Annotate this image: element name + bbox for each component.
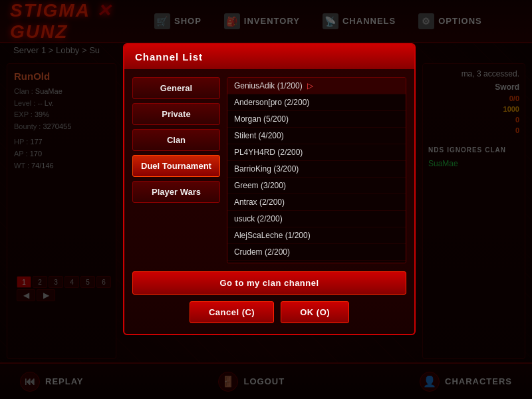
list-item[interactable]: AlejScaLeche (1/200) [227,227,406,244]
channel-list[interactable]: GeniusAdik (1/200) ▷ Anderson[pro (2/200… [227,77,406,263]
modal-footer: Go to my clan channel Cancel (C) OK (O) [124,271,414,323]
list-item[interactable]: SkillCapped (1/200) [227,261,406,263]
modal-action-buttons: Cancel (C) OK (O) [132,301,406,323]
cancel-button[interactable]: Cancel (C) [190,301,274,323]
list-item[interactable]: Crudem (2/200) [227,244,406,261]
list-item[interactable]: BarrioKing (3/200) [227,161,406,178]
tab-private[interactable]: Private [132,103,220,125]
list-item[interactable]: Greem (3/200) [227,178,406,194]
list-item[interactable]: Antrax (2/200) [227,194,406,211]
tab-general[interactable]: General [132,77,220,99]
modal-header: Channel List [124,45,414,69]
modal-title: Channel List [135,51,203,63]
list-item[interactable]: Stilent (4/200) [227,128,406,144]
list-item[interactable]: PL4YH4RD (2/200) [227,144,406,161]
list-item[interactable]: GeniusAdik (1/200) ▷ [227,78,406,94]
list-item[interactable]: usuck (2/200) [227,211,406,227]
clan-channel-button[interactable]: Go to my clan channel [132,271,406,295]
ok-button[interactable]: OK (O) [281,301,349,323]
channel-list-modal: Channel List General Private Clan Duel T… [123,43,416,335]
list-item[interactable]: Morgan (5/200) [227,111,406,128]
tab-clan[interactable]: Clan [132,129,220,151]
list-item[interactable]: Anderson[pro (2/200) [227,94,406,111]
tab-playerwars[interactable]: Player Wars [132,181,220,203]
modal-body: General Private Clan Duel Tournament Pla… [124,69,414,271]
tab-duel[interactable]: Duel Tournament [132,155,220,177]
cursor-arrow: ▷ [307,81,313,90]
channel-tabs: General Private Clan Duel Tournament Pla… [132,77,220,263]
